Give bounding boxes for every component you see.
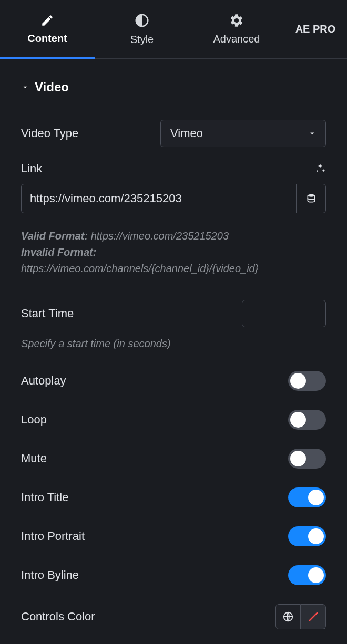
row-loop: Loop xyxy=(21,410,326,430)
tab-pro[interactable]: AE PRO xyxy=(284,0,347,58)
intro-portrait-label: Intro Portrait xyxy=(21,529,85,543)
row-start-time: Start Time xyxy=(21,300,326,327)
mute-label: Mute xyxy=(21,452,47,465)
hint-valid-value: https://vimeo.com/235215203 xyxy=(91,230,229,242)
row-mute: Mute xyxy=(21,449,326,469)
start-time-input[interactable] xyxy=(242,300,326,327)
intro-byline-toggle[interactable] xyxy=(288,565,326,585)
globe-icon xyxy=(282,611,294,622)
svg-point-0 xyxy=(308,194,314,197)
link-hint: Valid Format: https://vimeo.com/23521520… xyxy=(21,228,326,277)
tab-pro-label: AE PRO xyxy=(295,23,336,35)
caret-down-icon xyxy=(21,83,29,91)
section-title: Video xyxy=(35,80,69,95)
link-input[interactable] xyxy=(22,184,296,213)
controls-color-buttons xyxy=(275,604,326,629)
hint-invalid-label: Invalid Format: xyxy=(21,246,96,258)
editor-tabs: Content Style Advanced AE PRO xyxy=(0,0,347,59)
video-type-select[interactable]: Vimeo xyxy=(160,120,326,147)
row-autoplay: Autoplay xyxy=(21,371,326,391)
loop-label: Loop xyxy=(21,413,47,427)
content-panel: Video Video Type Vimeo Link Valid Format… xyxy=(0,59,347,629)
tab-advanced[interactable]: Advanced xyxy=(189,0,284,58)
ai-sparkle-icon[interactable] xyxy=(314,163,326,174)
section-video-header[interactable]: Video xyxy=(21,80,326,95)
gear-icon xyxy=(229,13,244,28)
row-video-type: Video Type Vimeo xyxy=(21,120,326,147)
start-time-input-group xyxy=(242,300,326,327)
hint-valid-label: Valid Format: xyxy=(21,230,88,242)
mute-toggle[interactable] xyxy=(288,449,326,469)
link-dynamic-button[interactable] xyxy=(296,184,325,213)
pencil-icon xyxy=(40,14,54,27)
row-intro-portrait: Intro Portrait xyxy=(21,526,326,546)
autoplay-toggle[interactable] xyxy=(288,371,326,391)
autoplay-label: Autoplay xyxy=(21,374,66,388)
intro-byline-label: Intro Byline xyxy=(21,568,79,582)
row-link-header: Link xyxy=(21,162,326,175)
controls-color-label: Controls Color xyxy=(21,610,95,624)
intro-title-toggle[interactable] xyxy=(288,487,326,507)
hint-invalid-value: https://vimeo.com/channels/{channel_id}/… xyxy=(21,263,258,274)
tab-content-label: Content xyxy=(27,33,67,45)
start-time-label: Start Time xyxy=(21,307,74,320)
loop-toggle[interactable] xyxy=(288,410,326,430)
row-intro-byline: Intro Byline xyxy=(21,565,326,585)
row-controls-color: Controls Color xyxy=(21,604,326,629)
tab-advanced-label: Advanced xyxy=(213,33,260,45)
tab-style-label: Style xyxy=(130,34,154,46)
tab-style[interactable]: Style xyxy=(95,0,189,58)
contrast-icon xyxy=(134,13,150,28)
chevron-down-icon xyxy=(308,129,317,138)
start-time-hint: Specify a start time (in seconds) xyxy=(21,336,326,352)
no-color-icon xyxy=(307,610,320,624)
intro-portrait-toggle[interactable] xyxy=(288,526,326,546)
intro-title-label: Intro Title xyxy=(21,491,68,504)
global-color-button[interactable] xyxy=(275,604,301,629)
video-type-value: Vimeo xyxy=(170,127,203,140)
video-type-label: Video Type xyxy=(21,127,78,140)
database-icon xyxy=(306,193,317,204)
link-label: Link xyxy=(21,162,42,175)
row-intro-title: Intro Title xyxy=(21,487,326,507)
color-picker-button[interactable] xyxy=(301,604,326,629)
tab-content[interactable]: Content xyxy=(0,0,95,58)
link-input-group xyxy=(21,184,326,213)
svg-line-3 xyxy=(309,612,317,620)
